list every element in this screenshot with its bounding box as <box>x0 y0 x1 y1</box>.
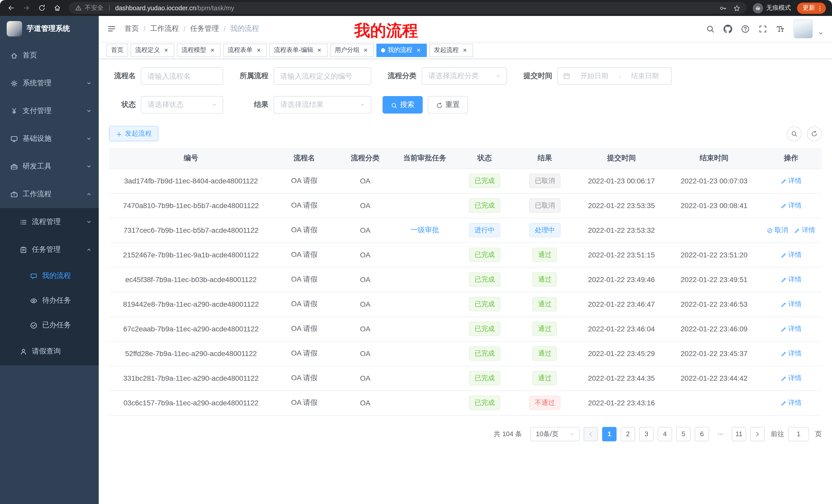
detail-action-button[interactable]: 详情 <box>781 201 802 210</box>
browser-back-icon[interactable] <box>4 1 18 15</box>
create-process-button[interactable]: 发起流程 <box>109 126 158 141</box>
submit-time-range-picker[interactable]: 开始日期 - 结束日期 <box>557 67 672 85</box>
user-avatar[interactable] <box>794 19 813 38</box>
close-tab-icon[interactable]: × <box>362 47 369 54</box>
sidebar-item-label: 工作流程 <box>23 190 51 199</box>
sidebar-item-process-management[interactable]: 流程管理 <box>0 208 99 236</box>
detail-action-button[interactable]: 详情 <box>781 275 802 284</box>
tab-home[interactable]: 首页 <box>106 44 128 57</box>
process-name-input[interactable] <box>141 67 223 85</box>
tab-label: 用户分组 <box>335 46 359 54</box>
page-size-select[interactable]: 10条/页 <box>530 427 579 441</box>
goto-label: 前往 <box>771 429 784 439</box>
tab-process-model[interactable]: 流程模型× <box>177 44 220 57</box>
detail-action-button[interactable]: 详情 <box>781 176 802 186</box>
sidebar-item-infrastructure[interactable]: 基础设施 <box>0 125 99 152</box>
page-3-button[interactable]: 3 <box>639 427 654 441</box>
tab-user-group[interactable]: 用户分组× <box>330 44 374 57</box>
status-tag: 已完成 <box>469 396 500 410</box>
detail-action-button[interactable]: 详情 <box>794 226 815 235</box>
omnibox-divider <box>109 5 109 11</box>
font-size-icon[interactable] <box>776 24 785 33</box>
key-icon[interactable] <box>719 4 727 12</box>
tab-my-process[interactable]: 我的流程× <box>376 44 427 57</box>
app-logo[interactable]: 芋道管理系统 <box>0 16 99 41</box>
address-bar[interactable]: 不安全 dashboard.yudao.iocoder.cn/bpm/task/… <box>69 2 747 14</box>
detail-action-button[interactable]: 详情 <box>781 300 802 309</box>
avatar-caret-down-icon[interactable] <box>817 30 824 36</box>
page-5-button[interactable]: 5 <box>676 427 691 441</box>
result-select[interactable]: 请选择流结果 <box>274 96 371 114</box>
sidebar-item-done-tasks[interactable]: 已办任务 <box>0 313 99 338</box>
breadcrumb-item[interactable]: 任务管理 <box>190 24 219 33</box>
header-search-icon[interactable] <box>706 24 715 33</box>
close-tab-icon[interactable]: × <box>162 47 170 54</box>
sidebar-toggle-icon[interactable] <box>107 24 116 33</box>
detail-action-button[interactable]: 详情 <box>781 349 802 358</box>
cell-id: ec45f38f-7b9a-11ec-b03b-acde48001122 <box>109 267 273 292</box>
browser-forward-icon[interactable] <box>20 1 33 15</box>
sidebar-item-payment-management[interactable]: 支付管理 <box>0 97 99 125</box>
edit-icon <box>781 300 787 308</box>
browser-reload-icon[interactable] <box>35 1 48 15</box>
update-browser-button[interactable]: 更新 <box>797 2 826 13</box>
sidebar-item-system-management[interactable]: 系统管理 <box>0 69 99 97</box>
cell-id: 819442e8-7b9a-11ec-a290-acde48001122 <box>109 292 273 316</box>
cell-status: 已完成 <box>454 366 515 390</box>
show-search-button[interactable] <box>787 126 802 141</box>
goto-page-input[interactable] <box>788 427 809 441</box>
process-category-select[interactable]: 请选择流程分类 <box>422 67 507 85</box>
cell-category: OA <box>336 267 395 292</box>
detail-action-button[interactable]: 详情 <box>781 324 802 333</box>
breadcrumb-item: 我的流程 <box>230 24 259 33</box>
search-button[interactable]: 搜索 <box>383 96 423 114</box>
close-tab-icon[interactable]: × <box>415 47 422 54</box>
fullscreen-icon[interactable] <box>758 24 767 33</box>
tab-process-definition[interactable]: 流程定义× <box>131 44 174 57</box>
bookmark-star-icon[interactable] <box>733 4 740 12</box>
tab-start-process[interactable]: 发起流程× <box>430 44 473 57</box>
page-2-button[interactable]: 2 <box>621 427 635 441</box>
reset-button[interactable]: 重置 <box>428 96 468 114</box>
next-page-button[interactable] <box>750 427 765 441</box>
sidebar-item-label: 我的流程 <box>42 271 71 281</box>
sidebar-item-workflow[interactable]: 工作流程 <box>0 180 99 208</box>
close-tab-icon[interactable]: × <box>255 47 262 54</box>
prev-page-button[interactable] <box>583 427 598 441</box>
process-definition-input[interactable] <box>274 67 371 85</box>
sidebar-item-home[interactable]: 首页 <box>0 41 99 69</box>
breadcrumb-item[interactable]: 首页 <box>125 24 139 33</box>
page-1-button[interactable]: 1 <box>602 427 617 441</box>
incognito-label: 无痕模式 <box>766 4 791 12</box>
cell-status: 进行中 <box>454 218 515 243</box>
tab-process-form[interactable]: 流程表单× <box>223 44 267 57</box>
detail-action-button[interactable]: 详情 <box>781 250 802 259</box>
close-tab-icon[interactable]: × <box>209 47 216 54</box>
close-tab-icon[interactable]: × <box>316 47 323 54</box>
detail-action-button[interactable]: 详情 <box>781 398 802 408</box>
sidebar-item-task-management[interactable]: 任务管理 <box>0 236 99 263</box>
page-4-button[interactable]: 4 <box>658 427 672 441</box>
sidebar-item-leave-query[interactable]: 请假查询 <box>0 338 99 365</box>
page-11-button[interactable]: 11 <box>732 427 746 441</box>
filter-submit-time: 提交时间 开始日期 - 结束日期 <box>518 67 672 85</box>
more-pages-button[interactable] <box>713 427 728 441</box>
browser-menu-kebab-icon[interactable] <box>816 4 823 12</box>
status-select[interactable]: 请选择状态 <box>141 96 223 114</box>
page-6-button[interactable]: 6 <box>695 427 709 441</box>
current-task-link[interactable]: 一级审批 <box>410 226 439 234</box>
tab-process-form-edit[interactable]: 流程表单-编辑× <box>269 44 328 57</box>
help-icon[interactable] <box>741 24 750 33</box>
close-tab-icon[interactable]: × <box>461 47 468 54</box>
breadcrumb-item[interactable]: 工作流程 <box>150 24 179 33</box>
cell-actions: 详情 <box>760 341 822 366</box>
github-icon[interactable] <box>724 24 732 33</box>
sidebar-item-dev-tools[interactable]: 研发工具 <box>0 152 99 180</box>
cancel-action-button[interactable]: 取消 <box>767 226 788 235</box>
sidebar-item-my-process[interactable]: 我的流程 <box>0 263 99 288</box>
cell-current-task <box>395 267 455 292</box>
sidebar-item-todo-tasks[interactable]: 待办任务 <box>0 288 99 313</box>
browser-home-icon[interactable] <box>50 1 64 15</box>
detail-action-button[interactable]: 详情 <box>781 373 802 383</box>
refresh-table-button[interactable] <box>807 126 822 141</box>
